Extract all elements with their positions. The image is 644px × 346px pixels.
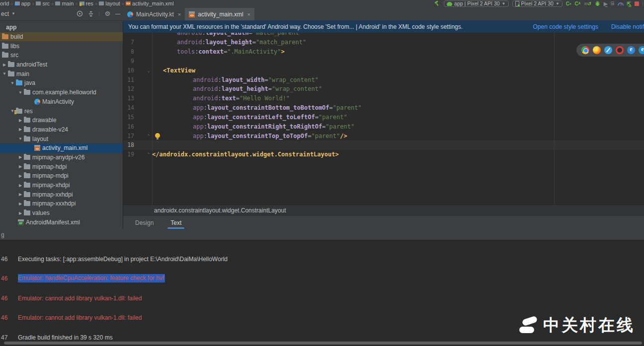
tree-item-build[interactable]: build [0, 32, 123, 42]
chrome-browser-icon[interactable] [581, 46, 589, 54]
ie-browser-icon[interactable] [627, 46, 635, 54]
tree-item-res[interactable]: ▼res [0, 106, 123, 116]
code-line[interactable]: 8tools:context=".MainActivity"> [123, 47, 644, 57]
code-line[interactable]: 13android:text="Hello World!" [123, 94, 644, 103]
firefox-browser-icon[interactable] [593, 46, 601, 54]
code-line[interactable]: 19⌃</androidx.constraintlayout.widget.Co… [123, 150, 644, 159]
tree-collapsed-icon[interactable]: ▶ [18, 174, 23, 178]
breadcrumb-item[interactable]: orld [0, 0, 9, 6]
stop-button[interactable] [635, 0, 639, 7]
tree-item-drawable[interactable]: ▶drawable [0, 116, 123, 125]
tree-collapsed-icon[interactable]: ▶ [18, 183, 23, 188]
tree-item-src[interactable]: src [0, 51, 123, 60]
build-hammer-icon[interactable] [434, 0, 440, 7]
sync-icon[interactable]: ≡↺ [584, 0, 591, 7]
tree-item-main[interactable]: ▼main [0, 69, 123, 78]
safari-browser-icon[interactable] [604, 46, 612, 54]
tree-item-mipmap-anydpi-v26[interactable]: ▶mipmap-anydpi-v26 [0, 153, 123, 162]
tree-expanded-icon[interactable]: ▼ [18, 90, 23, 95]
hide-panel-icon[interactable]: ─ [115, 10, 120, 18]
horizontal-scrollbar[interactable] [4, 342, 642, 345]
tree-item-layout[interactable]: ▼layout [0, 134, 123, 143]
debug-icon[interactable] [595, 0, 600, 7]
project-panel-title[interactable]: ect ▼ [0, 10, 15, 17]
code-line[interactable]: 7android:layout_height="match_parent" [123, 38, 644, 47]
tree-item-mainactivity[interactable]: MainActivity [0, 97, 123, 107]
tree-item-mipmap-mdpi[interactable]: ▶mipmap-mdpi [0, 171, 123, 181]
breadcrumb-item[interactable]: layout [99, 0, 120, 6]
edge-browser-icon[interactable] [639, 46, 644, 54]
breadcrumb-item[interactable]: main [55, 0, 74, 6]
tree-item-drawable-v24[interactable]: ▶drawable-v24 [0, 125, 123, 135]
apply-code-changes-icon[interactable]: Cᴬ [575, 0, 581, 7]
tree-item-com-example-helloworld[interactable]: ▼com.example.helloworld [0, 88, 123, 97]
breadcrumb-item[interactable]: res [80, 0, 93, 6]
run-configuration-dropdown[interactable]: app | Pixel 2 API 30 ▼ [444, 0, 508, 7]
xml-breadcrumb-item[interactable]: androidx.constraintlayout.widget.Constra… [123, 207, 286, 214]
editor-tab-activity-main-xml[interactable]: activity_main.xml× [185, 8, 254, 20]
device-file-explorer-icon[interactable]: ⇱̳ [627, 0, 631, 7]
code-line[interactable]: 9 [123, 56, 644, 66]
code-line[interactable]: 15app:layout_constraintLeft_toLeftOf="pa… [123, 112, 644, 122]
console-line[interactable]: 46Emulator: handleCpuAcceleration: featu… [0, 274, 165, 282]
tree-collapsed-icon[interactable]: ▶ [18, 155, 23, 159]
tree-item-app[interactable]: app [0, 23, 123, 32]
tree-collapsed-icon[interactable]: ▶ [18, 127, 23, 132]
tree-item-libs[interactable]: libs [0, 41, 123, 51]
attach-debugger-icon[interactable]: ⍈ [611, 0, 614, 7]
run-with-coverage-icon[interactable]: ▶̲ [604, 0, 608, 7]
tree-item-mipmap-xxxhdpi[interactable]: ▶mipmap-xxxhdpi [0, 199, 123, 208]
breadcrumb-item[interactable]: src [36, 0, 50, 6]
profiler-icon[interactable] [618, 0, 624, 7]
code-line[interactable]: 12android:layout_height="wrap_content" [123, 84, 644, 94]
fold-marker-icon[interactable]: ⌃ [134, 152, 152, 157]
open-code-style-settings-link[interactable]: Open code style settings [533, 23, 598, 30]
tree-item-mipmap-hdpi[interactable]: ▶mipmap-hdpi [0, 162, 123, 171]
code-line[interactable]: 16app:layout_constraintRight_toRightOf="… [123, 122, 644, 131]
fold-marker-icon[interactable]: ⌄ [134, 68, 152, 73]
tree-collapsed-icon[interactable]: ▶ [18, 118, 23, 123]
console-line[interactable]: 47Gradle build finished in 39 s 320 ms [0, 333, 113, 341]
tree-item-java[interactable]: ▼java [0, 78, 123, 88]
opera-browser-icon[interactable] [616, 46, 624, 54]
code-editor[interactable]: android:layout_width="match_parent"7andr… [123, 33, 644, 205]
fold-marker-icon[interactable]: ⌃ [134, 134, 152, 138]
code-line[interactable]: 10⌄<TextView [123, 66, 644, 75]
breadcrumb-item[interactable]: app [15, 0, 30, 6]
tree-expanded-icon[interactable]: ▼ [2, 71, 7, 76]
device-dropdown[interactable]: Pixel 2 API 30 ▼ [512, 0, 563, 7]
console-line[interactable]: 46Emulator: cannot add library vulkan-1.… [0, 294, 142, 302]
breadcrumb-item[interactable]: activity_main.xml [126, 0, 174, 6]
tree-expanded-icon[interactable]: ▼ [18, 137, 23, 141]
tree-item-androidtest[interactable]: ▶androidTest [0, 60, 123, 69]
console-line[interactable]: 46Executing tasks: [:app:assembleDebug] … [0, 255, 228, 263]
console-line[interactable]: 46Emulator: cannot add library vulkan-1.… [0, 313, 142, 322]
close-tab-icon[interactable]: × [247, 11, 250, 17]
tree-item-mipmap-xhdpi[interactable]: ▶mipmap-xhdpi [0, 181, 123, 190]
tree-item-values[interactable]: ▶values [0, 208, 123, 218]
code-line[interactable]: 17⌃app:layout_constraintTop_toTopOf="par… [123, 131, 644, 140]
collapse-all-icon[interactable] [88, 11, 94, 17]
code-line[interactable]: android:layout_width="match_parent" [123, 33, 644, 38]
tree-item-androidmanifest-xml[interactable]: AndroidManifest.xml [0, 217, 123, 227]
code-line[interactable]: 11android:layout_width="wrap_content" [123, 75, 644, 84]
tree-item-activity-main-xml[interactable]: activity_main.xml [0, 143, 123, 153]
locate-file-icon[interactable] [77, 10, 83, 17]
tree-collapsed-icon[interactable]: ▶ [18, 202, 23, 206]
view-tab-text[interactable]: Text [168, 216, 183, 230]
close-tab-icon[interactable]: × [178, 11, 181, 17]
tree-expanded-icon[interactable]: ▼ [10, 81, 15, 85]
view-tab-design[interactable]: Design [133, 216, 156, 230]
tree-collapsed-icon[interactable]: ▶ [2, 63, 7, 67]
code-line[interactable]: 14app:layout_constraintBottom_toBottomOf… [123, 103, 644, 113]
code-line[interactable]: 18 [123, 140, 644, 150]
tree-item-mipmap-xxhdpi[interactable]: ▶mipmap-xxhdpi [0, 190, 123, 199]
tree-collapsed-icon[interactable]: ▶ [18, 164, 23, 169]
line-number: 9 [123, 58, 134, 65]
apply-changes-restart-icon[interactable]: C▪ [566, 0, 571, 7]
tree-collapsed-icon[interactable]: ▶ [18, 192, 23, 197]
tree-collapsed-icon[interactable]: ▶ [18, 211, 23, 215]
gear-icon[interactable]: ⚙ [104, 10, 110, 17]
editor-tab-mainactivity-kt[interactable]: MainActivity.kt× [123, 8, 185, 20]
disable-notification-link[interactable]: Disable notif [611, 23, 644, 30]
